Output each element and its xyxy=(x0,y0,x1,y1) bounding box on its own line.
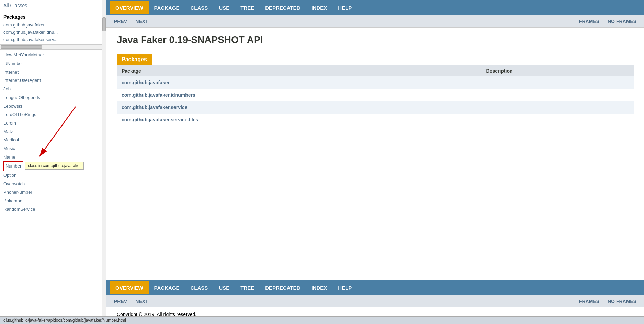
bottom-nav-help[interactable]: HELP xyxy=(332,281,357,294)
sidebar-class-name[interactable]: Name xyxy=(3,153,103,162)
sub-nav-prev[interactable]: PREV xyxy=(110,16,131,27)
all-classes-link[interactable]: All Classes xyxy=(3,3,27,8)
sidebar-class-lorem[interactable]: Lorem xyxy=(3,119,103,128)
sidebar-pkg-service[interactable]: com.github.javafaker.serv... xyxy=(3,36,103,43)
bottom-nav-use[interactable]: USE xyxy=(213,281,235,294)
desc-cell-service-files xyxy=(481,114,634,126)
pkg-cell-service: com.github.javafaker.service xyxy=(117,101,481,114)
sidebar-class-matz[interactable]: Matz xyxy=(3,128,103,136)
pkg-cell-service-files: com.github.javafaker.service.files xyxy=(117,114,481,126)
table-header-row: Package Description xyxy=(117,65,634,76)
sidebar-class-list: HowIMetYourMother IdNumber Internet Inte… xyxy=(0,50,106,324)
bottom-sub-nav-next[interactable]: NEXT xyxy=(131,296,152,307)
sub-nav-next[interactable]: NEXT xyxy=(131,16,152,27)
table-row: com.github.javafaker.idnumbers xyxy=(117,89,634,101)
sub-nav-frames[interactable]: FRAMES xyxy=(575,16,603,27)
bottom-sub-nav-bar: PREV NEXT FRAMES NO FRAMES xyxy=(106,295,644,307)
bottom-nav-package[interactable]: PACKAGE xyxy=(149,281,185,294)
packages-table: Package Description com.github.javafaker… xyxy=(117,65,634,126)
sidebar-class-internet[interactable]: Internet xyxy=(3,68,103,77)
bottom-nav-bar: OVERVIEW PACKAGE CLASS USE TREE DEPRECAT… xyxy=(106,280,644,295)
table-row: com.github.javafaker.service xyxy=(117,101,634,114)
sidebar-class-lebowski[interactable]: Lebowski xyxy=(3,102,103,111)
pkg-link-service-files[interactable]: com.github.javafaker.service.files xyxy=(122,117,198,122)
sidebar-packages-heading: Packages xyxy=(0,11,106,21)
sidebar-pkg-idnumbers[interactable]: com.github.javafaker.idnu... xyxy=(3,29,103,36)
sidebar-class-overwatch[interactable]: Overwatch xyxy=(3,180,103,188)
bottom-sub-nav-frames[interactable]: FRAMES xyxy=(575,296,603,307)
sidebar-class-option[interactable]: Option xyxy=(3,171,103,180)
pkg-link-service[interactable]: com.github.javafaker.service xyxy=(122,105,187,110)
bottom-nav-tree[interactable]: TREE xyxy=(235,281,260,294)
pkg-cell-javafaker: com.github.javafaker xyxy=(117,76,481,89)
col-package: Package xyxy=(117,65,481,76)
sidebar-vscroll-thumb[interactable] xyxy=(102,17,106,31)
desc-cell-service xyxy=(481,101,634,114)
nav-overview[interactable]: OVERVIEW xyxy=(110,1,149,14)
top-nav-bar: OVERVIEW PACKAGE CLASS USE TREE DEPRECAT… xyxy=(106,0,644,15)
sub-nav-no-frames[interactable]: NO FRAMES xyxy=(603,16,641,27)
bottom-nav-index[interactable]: INDEX xyxy=(306,281,332,294)
sidebar-class-pokemon[interactable]: Pokemon xyxy=(3,197,103,205)
packages-section-header: Packages xyxy=(117,54,152,65)
sidebar-class-lordoftherings[interactable]: LordOfTheRings xyxy=(3,110,103,119)
sub-nav-bar: PREV NEXT FRAMES NO FRAMES xyxy=(106,15,644,28)
bottom-nav-overview[interactable]: OVERVIEW xyxy=(110,281,149,294)
status-bar-url: dius.github.io/java-faker/apidocs/com/gi… xyxy=(3,318,126,323)
bottom-nav-deprecated[interactable]: DEPRECATED xyxy=(260,281,306,294)
desc-cell-javafaker xyxy=(481,76,634,89)
sidebar-class-music[interactable]: Music xyxy=(3,144,103,153)
class-tooltip: class in com.github.javafaker xyxy=(25,162,84,170)
sidebar: All Classes Packages com.github.javafake… xyxy=(0,0,106,324)
nav-tree[interactable]: TREE xyxy=(235,1,260,14)
bottom-sub-nav-prev[interactable]: PREV xyxy=(110,296,131,307)
packages-section: Packages Package Description com.github.… xyxy=(117,54,634,126)
bottom-nav-class[interactable]: CLASS xyxy=(185,281,213,294)
sidebar-class-leagueoflegends[interactable]: LeagueOfLegends xyxy=(3,94,103,102)
sidebar-class-howimetyourmother[interactable]: HowIMetYourMother xyxy=(3,51,103,60)
sidebar-pkg-javafaker[interactable]: com.github.javafaker xyxy=(3,22,103,29)
desc-cell-idnumbers xyxy=(481,89,634,101)
pkg-cell-idnumbers: com.github.javafaker.idnumbers xyxy=(117,89,481,101)
sidebar-class-idnumber[interactable]: IdNumber xyxy=(3,60,103,68)
sidebar-class-job[interactable]: Job xyxy=(3,85,103,94)
table-row: com.github.javafaker.service.files xyxy=(117,114,634,126)
pkg-link-javafaker[interactable]: com.github.javafaker xyxy=(122,80,170,85)
sidebar-class-number[interactable]: Number xyxy=(3,161,23,171)
sidebar-class-internet-useragent[interactable]: Internet.UserAgent xyxy=(3,76,103,85)
nav-use[interactable]: USE xyxy=(213,1,235,14)
nav-index[interactable]: INDEX xyxy=(306,1,332,14)
pkg-link-idnumbers[interactable]: com.github.javafaker.idnumbers xyxy=(122,92,195,98)
sidebar-package-list: com.github.javafaker com.github.javafake… xyxy=(0,21,106,45)
nav-help[interactable]: HELP xyxy=(332,1,357,14)
scrollbar-thumb[interactable] xyxy=(1,45,42,49)
col-description: Description xyxy=(481,65,634,76)
table-row: com.github.javafaker xyxy=(117,76,634,89)
status-bar: dius.github.io/java-faker/apidocs/com/gi… xyxy=(0,316,644,324)
sidebar-horizontal-scrollbar[interactable] xyxy=(0,45,106,50)
sidebar-class-randomservice[interactable]: RandomService xyxy=(3,205,103,214)
sidebar-class-medical[interactable]: Medical xyxy=(3,136,103,144)
nav-class[interactable]: CLASS xyxy=(185,1,213,14)
nav-deprecated[interactable]: DEPRECATED xyxy=(260,1,306,14)
bottom-sub-nav-no-frames[interactable]: NO FRAMES xyxy=(603,296,641,307)
page-content: Java Faker 0.19-SNAPSHOT API Packages Pa… xyxy=(106,28,644,280)
sidebar-all-classes[interactable]: All Classes xyxy=(0,0,106,11)
sidebar-class-phonenumber[interactable]: PhoneNumber xyxy=(3,188,103,197)
sidebar-vertical-scrollbar[interactable] xyxy=(102,0,106,324)
main-content: OVERVIEW PACKAGE CLASS USE TREE DEPRECAT… xyxy=(106,0,644,324)
nav-package[interactable]: PACKAGE xyxy=(149,1,185,14)
page-title: Java Faker 0.19-SNAPSHOT API xyxy=(117,34,634,45)
